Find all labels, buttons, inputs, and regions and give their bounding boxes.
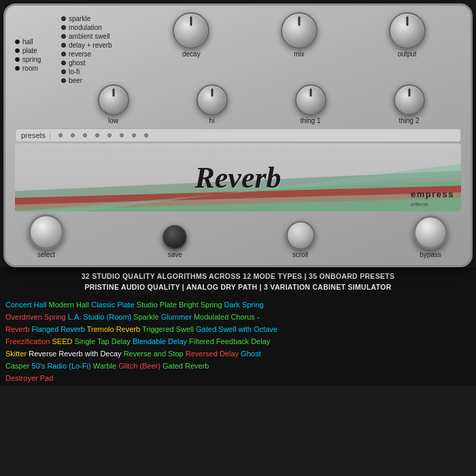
- mode-dot-plate: [15, 48, 20, 53]
- preset-dots: [58, 133, 455, 137]
- mode-dot-reverse: [61, 52, 66, 56]
- mode-delay-reverb[interactable]: delay + reverb: [61, 41, 135, 49]
- preset-dot-1[interactable]: [58, 133, 63, 137]
- footswitch-bypass-group: bypass: [413, 216, 447, 258]
- footswitch-scroll-label: scroll: [292, 251, 308, 258]
- mode-hall[interactable]: hall: [15, 38, 56, 46]
- mode-label-delay-reverb: delay + reverb: [69, 41, 112, 49]
- footswitch-select[interactable]: [29, 214, 64, 250]
- knob-decay-label: decay: [182, 50, 201, 58]
- knob-hi-label: hi: [209, 117, 215, 124]
- knob-hi[interactable]: [197, 84, 228, 116]
- mode-list-right: sparkle modulation ambient swell delay +…: [61, 12, 135, 84]
- algo-list: Concert Hall Modern Hall Classic Plate S…: [0, 296, 476, 386]
- knob-mix[interactable]: [281, 12, 318, 49]
- knob-decay[interactable]: [173, 12, 209, 49]
- empress-brand: empress: [411, 189, 454, 199]
- mode-label-hall: hall: [22, 38, 33, 46]
- mode-room[interactable]: room: [15, 65, 56, 72]
- presets-label: presets: [21, 131, 50, 139]
- mode-label-modulation: modulation: [69, 24, 102, 31]
- knob-mix-group: mix: [281, 12, 318, 58]
- preset-dot-7[interactable]: [132, 133, 136, 137]
- mode-sparkle[interactable]: sparkle: [61, 15, 135, 22]
- empress-effects: effects: [411, 201, 428, 207]
- knob-output-group: output: [389, 12, 426, 58]
- preset-dot-4[interactable]: [95, 133, 99, 137]
- empress-label: empress effects: [411, 189, 454, 207]
- knob-low-group: low: [98, 84, 129, 124]
- mode-ghost[interactable]: ghost: [61, 59, 135, 67]
- mode-reverse[interactable]: reverse: [61, 50, 135, 58]
- mode-modulation[interactable]: modulation: [61, 24, 135, 31]
- top-knobs: decay mix output: [137, 12, 461, 61]
- info-section: 32 STUDIO QUALITY ALGORITHMS ACROSS 12 M…: [0, 267, 476, 296]
- bottom-knobs: low hi thing 1 thing 2: [61, 84, 461, 126]
- mode-label-ghost: ghost: [69, 59, 85, 67]
- mode-dot-ambient-swell: [61, 34, 66, 39]
- mode-spring[interactable]: spring: [15, 56, 56, 63]
- mode-dot-beer: [61, 78, 66, 83]
- mode-ambient-swell[interactable]: ambient swell: [61, 33, 135, 40]
- mode-list-left: hall plate spring room: [15, 12, 56, 72]
- footswitch-save-group: save: [163, 225, 187, 258]
- mode-plate[interactable]: plate: [15, 47, 56, 54]
- footswitch-save[interactable]: [163, 225, 187, 250]
- footswitch-save-label: save: [168, 251, 182, 258]
- footswitch-bypass[interactable]: [413, 216, 447, 250]
- mode-label-lofi: lo-fi: [69, 68, 80, 75]
- knob-mix-label: mix: [294, 50, 305, 58]
- knob-low-label: low: [108, 117, 118, 124]
- mode-dot-spring: [15, 57, 20, 62]
- mode-label-sparkle: sparkle: [69, 15, 90, 22]
- mode-dot-delay-reverb: [61, 43, 66, 48]
- mode-label-reverse: reverse: [69, 50, 91, 58]
- mode-label-spring: spring: [22, 56, 41, 63]
- knob-output[interactable]: [389, 12, 426, 49]
- reverb-body: Reverb empress effects: [15, 143, 461, 211]
- preset-dot-6[interactable]: [120, 133, 124, 137]
- preset-dot-5[interactable]: [107, 133, 112, 137]
- pedal-outer: hall plate spring room: [3, 3, 473, 267]
- mode-beer[interactable]: beer: [61, 77, 135, 84]
- knob-thing2[interactable]: [394, 84, 425, 116]
- mode-label-beer: beer: [69, 77, 82, 84]
- knob-thing2-group: thing 2: [394, 84, 425, 124]
- mode-dot-sparkle: [61, 16, 66, 21]
- reverb-title: Reverb: [194, 160, 281, 195]
- knob-thing1[interactable]: [295, 84, 326, 116]
- preset-dot-3[interactable]: [83, 133, 87, 137]
- knob-hi-group: hi: [197, 84, 228, 124]
- footswitch-row: select save scroll bypass: [15, 214, 461, 258]
- knob-output-label: output: [398, 50, 417, 58]
- info-line-2: PRISTINE AUDIO QUALITY | ANALOG DRY PATH…: [5, 282, 471, 293]
- footswitch-select-group: select: [29, 214, 64, 258]
- preset-dot-2[interactable]: [71, 133, 75, 137]
- footswitch-bypass-label: bypass: [420, 251, 441, 258]
- mode-label-room: room: [22, 65, 38, 72]
- mode-dot-modulation: [61, 25, 66, 30]
- mode-dot-ghost: [61, 61, 66, 65]
- mode-dot-hall: [15, 39, 20, 44]
- footswitch-scroll-group: scroll: [286, 221, 315, 258]
- mode-dot-room: [15, 66, 20, 71]
- footswitch-scroll[interactable]: [286, 221, 315, 250]
- preset-dot-8[interactable]: [144, 133, 148, 137]
- presets-bar: presets: [15, 129, 461, 142]
- knob-low[interactable]: [98, 84, 129, 116]
- mode-dot-lofi: [61, 69, 66, 74]
- knob-thing2-label: thing 2: [398, 117, 419, 124]
- knob-thing1-label: thing 1: [300, 117, 320, 124]
- knob-decay-group: decay: [173, 12, 209, 58]
- knob-thing1-group: thing 1: [295, 84, 326, 124]
- mode-label-ambient-swell: ambient swell: [69, 33, 110, 40]
- mode-label-plate: plate: [22, 47, 37, 54]
- info-line-1: 32 STUDIO QUALITY ALGORITHMS ACROSS 12 M…: [5, 271, 471, 282]
- footswitch-select-label: select: [37, 251, 55, 258]
- mode-lofi[interactable]: lo-fi: [61, 68, 135, 75]
